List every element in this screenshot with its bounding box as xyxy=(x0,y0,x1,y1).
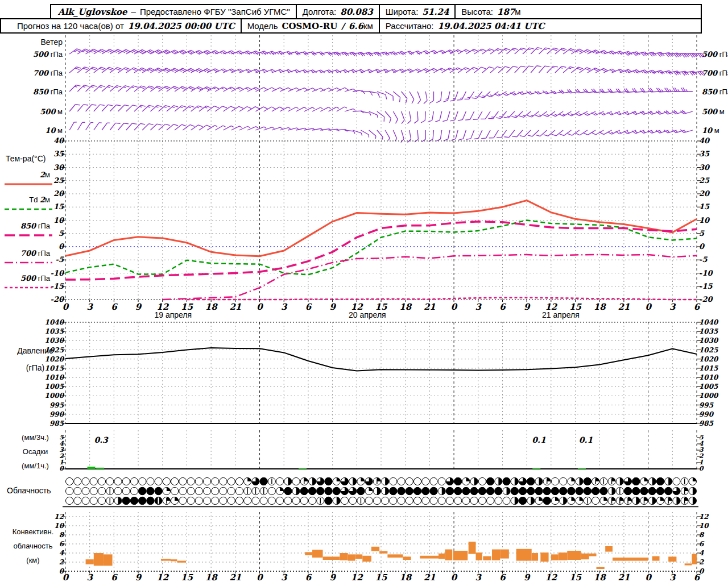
precip-tick-right: 5 xyxy=(699,434,704,441)
temp-panel-title: Тем-ра(°C) xyxy=(6,154,46,163)
wind-barb xyxy=(450,110,458,123)
pressure-tick-right: 1005 xyxy=(699,383,718,390)
wind-barb xyxy=(383,130,391,140)
cloud-symbol xyxy=(487,487,494,494)
wind-barb xyxy=(406,111,411,123)
cloud-symbol xyxy=(171,477,179,485)
wind-level-label-right: 700 гПа xyxy=(702,69,728,77)
cloud-symbol xyxy=(568,497,575,504)
cloud-symbol xyxy=(535,487,543,494)
cloud-symbol xyxy=(349,487,357,494)
wind-barb xyxy=(498,47,510,57)
wind-barb xyxy=(527,88,539,95)
wind-level-label-right: 500 м xyxy=(702,107,725,116)
cloud-symbol xyxy=(82,487,89,494)
hour-tick-label: 0 xyxy=(451,302,458,312)
cloud-symbol xyxy=(187,477,195,485)
temp-tick-right: 0 xyxy=(699,242,705,251)
precip-panel-title: Осадки xyxy=(23,447,48,456)
cloud-symbol xyxy=(114,477,122,485)
convective-cloud-bar xyxy=(387,554,403,558)
cloud-symbol xyxy=(260,477,267,485)
wind-barb xyxy=(320,69,333,76)
pressure-tick-left: 985 xyxy=(49,419,64,427)
wind-barb xyxy=(547,64,558,76)
cloud-symbol xyxy=(543,487,551,494)
conv-tick-left: 4 xyxy=(59,549,64,557)
cloud-symbol xyxy=(179,487,187,494)
cloud-symbol xyxy=(244,487,251,494)
cloud-symbol xyxy=(430,477,437,485)
wind-barb xyxy=(481,109,490,121)
wind-barb xyxy=(102,122,110,131)
cloud-symbol xyxy=(284,497,292,504)
cloud-symbol xyxy=(527,477,535,485)
conv-panel-title: облачность xyxy=(13,542,52,550)
wind-level-label-right: 850 гПа xyxy=(702,88,728,96)
cloud-symbol xyxy=(398,487,405,494)
wind-barb xyxy=(207,49,220,57)
wind-barb xyxy=(567,88,579,93)
wind-barb xyxy=(434,49,446,57)
cloud-symbol xyxy=(422,487,429,494)
wind-barb xyxy=(496,109,507,120)
wind-barb xyxy=(685,70,697,76)
cloud-symbol xyxy=(308,497,316,504)
cloud-symbol xyxy=(390,477,397,485)
cloud-symbol xyxy=(576,477,583,485)
cloud-symbol xyxy=(171,487,179,494)
wind-barb xyxy=(406,130,411,142)
hour-tick-label: 9 xyxy=(135,302,142,312)
cloud-symbol xyxy=(560,487,567,494)
wind-barb xyxy=(110,84,121,95)
temp-tick-left: 25 xyxy=(53,176,64,185)
cloud-symbol xyxy=(276,477,284,485)
cloud-symbol xyxy=(203,487,210,494)
cloud-symbol xyxy=(470,487,478,494)
wind-barb xyxy=(444,130,450,142)
wind-barb xyxy=(425,49,438,58)
conv-tick-right: 2 xyxy=(699,558,705,566)
conv-panel-title: Конвективн. xyxy=(13,527,54,536)
temperature-panel: -20-20-15-15-10-10-5-5005510101515202025… xyxy=(51,136,714,304)
wind-barb xyxy=(402,68,414,76)
convective-cloud-bar xyxy=(371,547,379,551)
wind-barb xyxy=(118,121,129,132)
convective-cloud-bar xyxy=(439,554,445,559)
wind-barb xyxy=(126,103,138,114)
legend-label: Td 2м xyxy=(29,196,50,204)
temp-tick-right: 5 xyxy=(699,229,705,238)
convective-cloud-bar xyxy=(516,549,532,561)
hour-tick-label: 18 xyxy=(205,302,218,312)
wind-barb xyxy=(436,130,442,142)
cloud-symbol xyxy=(260,497,267,504)
legend-label: 500 гПа xyxy=(20,274,51,282)
cloud-symbol xyxy=(82,477,89,485)
cloud-symbol xyxy=(203,477,210,485)
wind-barb xyxy=(664,126,677,134)
cloud-symbol xyxy=(576,497,583,504)
hour-tick-label: 12 xyxy=(545,572,557,582)
wind-panel: Ветер500 гПа500 гПа700 гПа700 гПа850 гПа… xyxy=(33,35,728,143)
cloud-symbol xyxy=(373,487,380,494)
wind-barb xyxy=(191,49,204,58)
wind-barb xyxy=(498,65,510,76)
wind-barb xyxy=(511,109,523,119)
wind-barb xyxy=(320,87,333,95)
cloud-symbol xyxy=(430,487,437,494)
cloud-symbol xyxy=(568,477,575,485)
cloud-symbol xyxy=(470,497,478,504)
cloud-symbol xyxy=(284,487,292,494)
hour-tick-label: 0 xyxy=(451,572,458,582)
wind-barb xyxy=(377,51,390,58)
cloud-symbol xyxy=(382,497,389,504)
cloud-symbol xyxy=(511,497,518,504)
wind-barb xyxy=(329,52,341,58)
convective-cloud-bar xyxy=(652,556,660,561)
wind-level-label-right: 500 гПа xyxy=(702,50,728,59)
wind-barb xyxy=(345,88,357,95)
conv-tick-left: 12 xyxy=(54,513,64,521)
pressure-tick-left: 1040 xyxy=(45,318,65,326)
cloud-symbol xyxy=(122,497,130,504)
cloud-symbol xyxy=(632,487,640,494)
